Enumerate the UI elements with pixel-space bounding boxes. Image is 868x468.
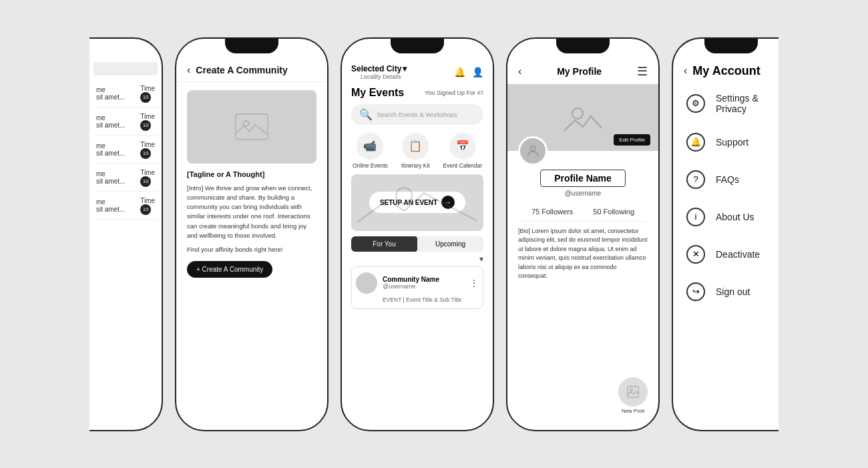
followers-count: 75 Followers <box>531 208 573 216</box>
row-preview: sit amet... <box>96 93 125 101</box>
profile-cover-image: Edit Profile <box>507 84 658 151</box>
row-preview: sit amet... <box>96 206 125 213</box>
row-time: Time <box>140 141 155 148</box>
edit-profile-button[interactable]: Edit Profile <box>614 134 650 146</box>
new-post-button[interactable] <box>618 377 648 407</box>
back-button[interactable]: ‹ <box>187 64 190 76</box>
support-item[interactable]: 🔔 Support <box>673 124 779 161</box>
header-icons: 🔔 👤 <box>454 67 483 77</box>
community-avatar <box>356 272 377 294</box>
profile-username: @username <box>518 190 648 197</box>
itinerary-kit-icon: 📋 <box>402 133 429 160</box>
list-item: me sit amet... Time 10 <box>93 137 158 164</box>
community-tagline: [Tagline or A Thought] <box>176 170 327 178</box>
profile-icon[interactable]: 👤 <box>472 67 483 77</box>
account-header: ‹ My Account <box>673 59 779 83</box>
profile-bio: [Bio] Lorem ipsum dolor sit amet, consec… <box>507 222 658 286</box>
sign-out-item[interactable]: ↪ Sign out <box>673 273 779 310</box>
events-title-row: My Events You Signed Up For 🏷 <box>342 83 493 101</box>
following-count: 50 Following <box>593 208 634 216</box>
event-calendar-link[interactable]: 📅 Event Calendar <box>443 133 482 169</box>
svg-point-2 <box>396 188 412 204</box>
menu-icon[interactable]: ☰ <box>637 64 648 79</box>
phone-notch <box>391 39 444 53</box>
p1-search-bar <box>93 62 158 75</box>
new-post-label: New Post <box>622 408 644 414</box>
back-button[interactable]: ‹ <box>684 65 687 77</box>
city-selector[interactable]: Selected City ▾ <box>351 64 411 73</box>
settings-privacy-item[interactable]: ⚙ Settings & Privacy <box>673 83 779 124</box>
online-events-icon: 📹 <box>357 133 383 160</box>
row-time: Time <box>140 197 155 204</box>
sign-out-label: Sign out <box>716 286 750 297</box>
support-label: Support <box>716 137 748 148</box>
setup-event-banner: SETUP AN EVENT → <box>351 174 483 231</box>
event-subtitle: EVENT | Event Title & Sub Title <box>356 296 479 303</box>
svg-point-6 <box>630 389 632 391</box>
faqs-item[interactable]: ? FAQs <box>673 161 779 198</box>
chevron-down-icon: ▾ <box>479 254 483 264</box>
back-button[interactable]: ‹ <box>518 65 521 77</box>
settings-privacy-label: Settings & Privacy <box>716 93 765 114</box>
deactivate-label: Deactivate <box>716 249 760 260</box>
row-preview: sit amet... <box>96 150 125 157</box>
city-name: Selected City <box>351 64 401 73</box>
signed-up-label: You Signed Up For 🏷 <box>425 89 483 96</box>
phone-1-partial: me sit amet... Time 10 me sit amet... Ti… <box>89 37 163 431</box>
deactivate-item[interactable]: ✕ Deactivate <box>673 236 779 273</box>
community-name: Community Name <box>383 276 469 283</box>
row-badge: 10 <box>140 204 151 215</box>
list-item: me sit amet... Time 10 <box>93 109 158 136</box>
create-community-button[interactable]: + Create A Community <box>187 261 272 278</box>
row-badge: 10 <box>140 176 151 187</box>
online-events-link[interactable]: 📹 Online Events <box>353 133 388 169</box>
community-list-item[interactable]: Community Name @username ⋮ EVENT | Event… <box>351 266 483 309</box>
create-community-title: Create A Community <box>196 65 287 75</box>
row-badge: 10 <box>140 120 151 131</box>
locality-label: Locality Details <box>351 73 411 80</box>
support-icon: 🔔 <box>686 133 705 152</box>
row-label: me <box>96 114 125 122</box>
row-badge: 10 <box>140 92 151 103</box>
phone-notch <box>225 39 278 53</box>
event-calendar-label: Event Calendar <box>443 162 482 169</box>
phone-notch <box>556 39 610 53</box>
notification-icon[interactable]: 🔔 <box>454 67 465 77</box>
profile-title: My Profile <box>557 66 602 77</box>
list-item: me sit amet... Time 10 <box>93 81 158 107</box>
tab-upcoming[interactable]: Upcoming <box>417 236 483 252</box>
events-search[interactable]: 🔍 Search Events & Workshops <box>351 104 483 125</box>
profile-avatar <box>518 136 548 166</box>
community-image-placeholder <box>187 90 316 164</box>
list-item: me sit amet... Time 10 <box>93 193 158 220</box>
event-tabs: For You Upcoming <box>351 236 483 252</box>
svg-rect-0 <box>236 113 268 139</box>
chevron-down-icon: ▾ <box>403 64 407 73</box>
row-time: Time <box>140 169 155 176</box>
quick-links: 📹 Online Events 📋 Itinerary Kit 📅 Event … <box>342 130 493 174</box>
tab-for-you[interactable]: For You <box>351 236 417 252</box>
faqs-icon: ? <box>686 170 705 189</box>
event-calendar-icon: 📅 <box>449 133 476 160</box>
about-us-item[interactable]: i About Us <box>673 198 779 236</box>
profile-stats: 75 Followers 50 Following <box>518 202 648 222</box>
deactivate-icon: ✕ <box>686 245 705 264</box>
row-label: me <box>96 170 125 178</box>
list-item: me sit amet... Time 10 <box>93 165 158 192</box>
tab-dropdown: ▾ <box>342 254 493 266</box>
create-community-header: ‹ Create A Community <box>176 59 327 82</box>
svg-point-3 <box>572 108 583 119</box>
more-options-icon[interactable]: ⋮ <box>469 278 479 288</box>
about-us-label: About Us <box>716 212 754 222</box>
phone-4-my-profile: ‹ My Profile ☰ Edit Profile Profil <box>506 37 660 431</box>
signed-up-icon: 🏷 <box>477 89 483 96</box>
row-time: Time <box>140 113 155 120</box>
itinerary-kit-link[interactable]: 📋 Itinerary Kit <box>401 133 430 169</box>
community-info: Community Name @username <box>377 276 469 290</box>
profile-name: Profile Name <box>540 170 626 187</box>
online-events-label: Online Events <box>353 162 388 169</box>
faqs-label: FAQs <box>716 174 739 185</box>
row-badge: 10 <box>140 148 151 159</box>
row-label: me <box>96 86 125 93</box>
phone-5-my-account: ‹ My Account ⚙ Settings & Privacy 🔔 Supp… <box>672 37 779 431</box>
